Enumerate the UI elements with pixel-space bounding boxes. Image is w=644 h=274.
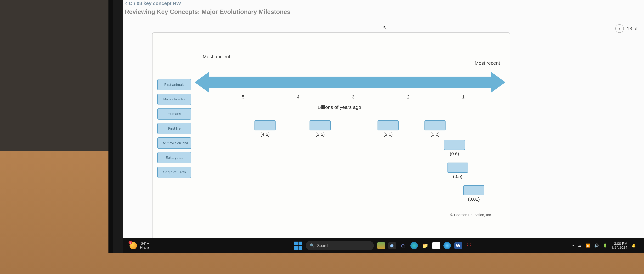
slot-label-1-2: (1.2) — [430, 132, 440, 137]
taskbar-app-globe-icon[interactable] — [444, 242, 451, 249]
drop-slots: (4.6) (3.5) (2.1) (1.2) (0.6) (0.5) (0.0… — [152, 33, 510, 240]
page-nav: ‹ 13 of — [615, 24, 638, 33]
tray-battery-icon[interactable]: 🔋 — [603, 243, 607, 248]
breadcrumb[interactable]: < Ch 08 key concept HW — [125, 1, 181, 6]
taskbar-teams-icon[interactable]: ◶ — [400, 242, 407, 249]
chevron-left-icon: ‹ — [619, 26, 620, 31]
tray-volume-icon[interactable]: 🔊 — [594, 243, 599, 248]
taskbar-word-icon[interactable]: W — [454, 242, 462, 249]
tray-cloud-icon[interactable]: ☁ — [578, 243, 582, 248]
taskbar-center: 🔍 Search ◉ ◶ 📁 W 🛡 — [294, 241, 473, 250]
taskbar-time: 3:00 PM — [614, 242, 627, 246]
taskbar-app-2[interactable]: ◉ — [388, 242, 396, 249]
slot-1-2[interactable] — [424, 120, 446, 130]
search-placeholder: Search — [317, 243, 330, 248]
taskbar-mcafee-icon[interactable]: 🛡 — [466, 242, 473, 249]
taskbar-weather[interactable]: 1 64°F Haze — [123, 241, 149, 250]
cursor-icon: ↖ — [383, 24, 388, 31]
page-indicator: 13 of — [627, 26, 638, 31]
slot-label-0-6: (0.6) — [450, 151, 459, 156]
tray-notifications-icon[interactable]: 🔔 — [632, 243, 636, 248]
monitor-bezel: < Ch 08 key concept HW Reviewing Key Con… — [108, 0, 644, 253]
taskbar-tray: ^ ☁ 📶 🔊 🔋 3:00 PM 3/24/2024 🔔 — [572, 242, 644, 249]
taskbar-edge-icon[interactable] — [410, 242, 418, 249]
page-title: Reviewing Key Concepts: Major Evolutiona… — [125, 9, 290, 16]
slot-4-6[interactable] — [254, 120, 276, 130]
taskbar-search[interactable]: 🔍 Search — [306, 241, 374, 250]
screen-content: < Ch 08 key concept HW Reviewing Key Con… — [123, 0, 644, 253]
slot-0-6[interactable] — [444, 140, 465, 150]
taskbar-store-icon[interactable] — [432, 242, 440, 249]
slot-label-3-5: (3.5) — [315, 132, 325, 137]
taskbar-date: 3/24/2024 — [612, 246, 627, 249]
slot-label-4-6: (4.6) — [260, 132, 270, 137]
prev-button[interactable]: ‹ — [615, 24, 624, 33]
slot-label-0-02: (0.02) — [468, 197, 480, 202]
tray-chevron-icon[interactable]: ^ — [572, 243, 574, 248]
weather-temp: 64°F — [141, 241, 149, 246]
windows-taskbar: 1 64°F Haze 🔍 Search ◉ ◶ 📁 — [123, 238, 644, 253]
search-icon: 🔍 — [310, 243, 314, 248]
start-button[interactable] — [294, 241, 302, 250]
slot-2-1[interactable] — [378, 120, 398, 130]
slot-3-5[interactable] — [310, 120, 330, 130]
weather-icon: 1 — [130, 242, 137, 249]
copyright-text: © Pearson Education, Inc. — [450, 213, 492, 217]
taskbar-clock[interactable]: 3:00 PM 3/24/2024 — [612, 242, 627, 249]
slot-label-2-1: (2.1) — [383, 132, 393, 137]
taskbar-app-1[interactable] — [377, 242, 385, 249]
slot-0-5[interactable] — [447, 163, 468, 173]
weather-desc: Haze — [140, 246, 149, 250]
notification-badge: 1 — [128, 241, 132, 244]
activity-panel: First animals Multicellular life Humans … — [152, 33, 510, 240]
taskbar-explorer-icon[interactable]: 📁 — [422, 242, 429, 249]
tray-wifi-icon[interactable]: 📶 — [586, 243, 590, 248]
slot-label-0-5: (0.5) — [453, 174, 462, 179]
slot-0-02[interactable] — [463, 185, 484, 195]
